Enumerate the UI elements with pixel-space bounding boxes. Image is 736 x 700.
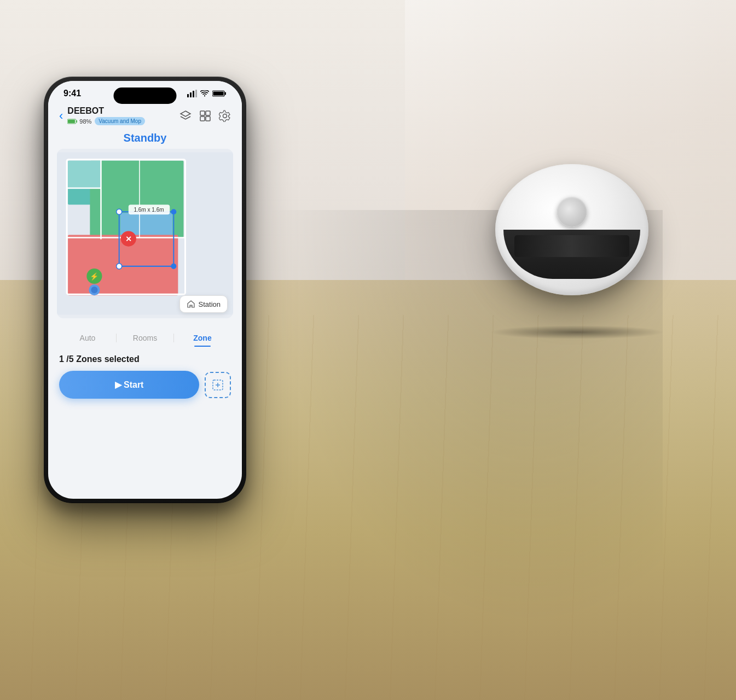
- zones-selected-label: 1 /5 Zones selected: [59, 354, 231, 364]
- svg-point-32: [171, 264, 176, 269]
- svg-point-30: [171, 209, 176, 214]
- svg-rect-5: [225, 92, 227, 95]
- tab-zone[interactable]: Zone: [174, 329, 231, 347]
- device-name: DEEBOT: [67, 106, 145, 116]
- svg-text:1.6m x 1.6m: 1.6m x 1.6m: [134, 207, 164, 213]
- svg-rect-0: [187, 94, 189, 97]
- svg-rect-9: [68, 120, 75, 123]
- robot-front-panel: [503, 230, 640, 279]
- settings-icon[interactable]: [219, 110, 231, 122]
- nav-left: ‹ DEEBOT 98%: [59, 106, 145, 125]
- svg-text:⚡: ⚡: [90, 272, 99, 281]
- phone-screen: 9:41: [48, 81, 242, 499]
- add-zone-icon: [212, 379, 224, 391]
- svg-rect-2: [193, 91, 194, 97]
- svg-rect-8: [77, 120, 78, 122]
- home-icon: [187, 300, 195, 308]
- battery-percentage: 98%: [79, 118, 91, 125]
- svg-rect-3: [195, 90, 197, 97]
- svg-point-29: [117, 209, 122, 214]
- map-area: Standby: [48, 129, 242, 324]
- phone-frame: 9:41: [44, 77, 246, 503]
- robot-body: [495, 164, 648, 295]
- station-label: Station: [199, 300, 221, 308]
- start-button[interactable]: ▶ Start: [59, 371, 199, 399]
- tab-rooms[interactable]: Rooms: [117, 329, 173, 347]
- phone: 9:41: [44, 77, 246, 503]
- svg-point-31: [117, 264, 122, 269]
- grid-icon[interactable]: [199, 110, 211, 122]
- layers-icon[interactable]: [179, 110, 192, 122]
- add-zone-button[interactable]: [205, 372, 231, 398]
- tab-auto[interactable]: Auto: [59, 329, 116, 347]
- svg-point-14: [223, 114, 227, 118]
- mode-tabs: Auto Rooms Zone: [59, 329, 231, 347]
- status-icons: [187, 90, 227, 97]
- svg-point-38: [91, 287, 97, 293]
- battery-icon: [212, 90, 227, 97]
- mode-badge: Vacuum and Mop: [95, 117, 145, 125]
- device-info: DEEBOT 98% Vacuum and: [67, 106, 145, 125]
- standby-label: Standby: [57, 132, 233, 144]
- svg-rect-10: [200, 111, 205, 115]
- svg-rect-1: [190, 92, 192, 97]
- device-status: 98% Vacuum and Mop: [67, 117, 145, 125]
- floor-map-svg: 1.6m x 1.6m ✕ ⚡: [57, 149, 233, 318]
- svg-text:✕: ✕: [125, 235, 132, 243]
- status-time: 9:41: [63, 89, 81, 98]
- svg-rect-12: [200, 116, 205, 121]
- robot-vacuum: [484, 153, 670, 339]
- svg-rect-6: [213, 92, 224, 96]
- back-button[interactable]: ‹: [59, 109, 63, 123]
- robot-shadow: [490, 325, 665, 339]
- action-row: ▶ Start: [59, 371, 231, 399]
- svg-rect-18: [68, 161, 101, 188]
- nav-right: [179, 110, 231, 122]
- robot-sensor: [557, 197, 587, 227]
- signal-icon: [187, 90, 197, 97]
- bottom-controls: Auto Rooms Zone 1 /5 Zones selected ▶ St…: [48, 324, 242, 407]
- wifi-icon: [200, 90, 209, 97]
- station-button[interactable]: Station: [179, 295, 228, 313]
- dynamic-island: [114, 88, 177, 104]
- map-canvas[interactable]: 1.6m x 1.6m ✕ ⚡: [57, 149, 233, 318]
- top-nav: ‹ DEEBOT 98%: [48, 102, 242, 129]
- svg-rect-13: [206, 116, 210, 121]
- svg-rect-11: [206, 111, 210, 115]
- battery-small-icon: 98%: [67, 118, 91, 125]
- battery-small-svg: [67, 119, 78, 124]
- svg-rect-39: [190, 305, 192, 307]
